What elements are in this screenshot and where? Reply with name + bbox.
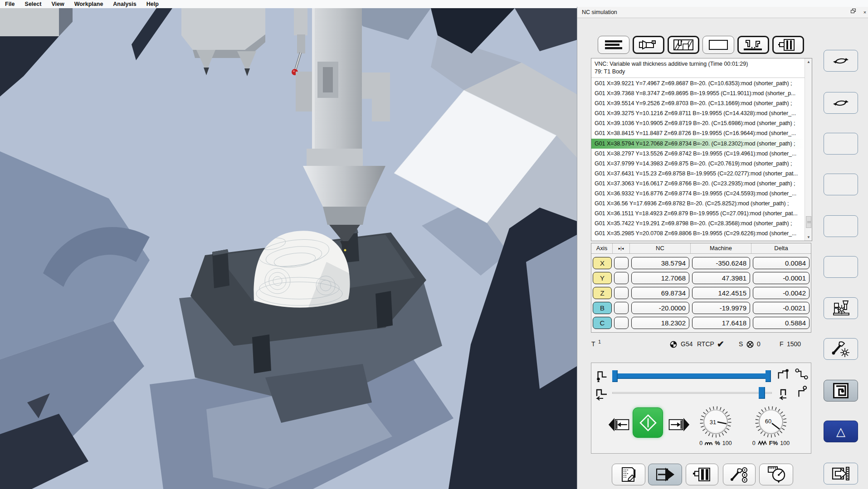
menu-help[interactable]: Help: [141, 1, 164, 7]
spare-button-1[interactable]: [824, 133, 858, 155]
collision-check-button[interactable]: [824, 297, 858, 319]
run-forward-button[interactable]: [648, 464, 682, 485]
gcode-line-current[interactable]: G01 X=38.5794 Y=12.7068 Z=69.8734 B=-20.…: [591, 139, 805, 149]
step-forward-button[interactable]: [667, 416, 690, 433]
axis-lock-x[interactable]: [614, 257, 629, 269]
interactive-program-button[interactable]: [612, 464, 645, 485]
axis-label-x[interactable]: X: [593, 257, 612, 269]
show-gcode-listing-button[interactable]: [598, 36, 629, 54]
gcode-line[interactable]: G01 X=37.6431 Y=15.23 Z=69.8758 B=-19.99…: [591, 169, 805, 179]
gcode-line[interactable]: G01 X=38.2797 Y=13.5526 Z=69.8742 B=-19.…: [591, 149, 805, 159]
gcode-line[interactable]: G01 X=36.9332 Y=16.8776 Z=69.8774 B=-19.…: [591, 189, 805, 199]
feed-dial-max: 100: [780, 440, 790, 446]
machine-value-x: -350.6248: [692, 257, 750, 269]
block-position-thumb[interactable]: [759, 387, 765, 399]
machine-value-z: 142.4515: [692, 287, 750, 299]
simulation-range-slider[interactable]: [612, 370, 772, 382]
stock-section-icon: [673, 39, 694, 51]
gcode-line[interactable]: G01 X=37.9799 Y=14.3983 Z=69.875 B=-20. …: [591, 159, 805, 169]
machine-value-c: 17.6418: [692, 317, 750, 329]
machine-setup-button[interactable]: [686, 464, 718, 485]
block-position-slider[interactable]: [612, 392, 772, 394]
spindle-dial-max: 100: [722, 440, 732, 446]
gcode-line[interactable]: G01 X=39.3275 Y=10.1216 Z=69.8711 B=-19.…: [591, 108, 805, 118]
feed-dial-knob[interactable]: 60: [753, 405, 789, 440]
gcode-line[interactable]: G01 X=36.56 Y=17.6936 Z=69.8782 B=-20. (…: [591, 199, 805, 208]
gcode-line[interactable]: G01 X=35.7422 Y=19.291 Z=69.8798 B=-20. …: [591, 218, 805, 228]
gcode-scrollbar[interactable]: ▲ ▼: [805, 58, 812, 241]
feed-override-dial[interactable]: 60 0 F% 100: [744, 405, 798, 450]
warnings-button[interactable]: △: [824, 421, 858, 442]
show-blank-button[interactable]: [702, 36, 734, 54]
menu-workplane[interactable]: Workplane: [69, 1, 108, 7]
machine-3d-viewport[interactable]: [0, 8, 577, 489]
spindle-dial-labels: 0 % 100: [688, 440, 743, 446]
rotation-mode-button[interactable]: [824, 92, 858, 114]
nc-value-x: 38.5794: [631, 257, 689, 269]
axis-lock-b[interactable]: [614, 302, 629, 314]
gcode-line[interactable]: G01 X=37.3063 Y=16.0617 Z=69.8766 B=-20.…: [591, 179, 805, 189]
measure-button[interactable]: [759, 464, 793, 485]
show-fixture-button[interactable]: [737, 36, 769, 54]
axis-label-y[interactable]: Y: [593, 272, 612, 284]
show-tool-button[interactable]: [633, 36, 664, 54]
spare-button-4[interactable]: [824, 256, 858, 278]
delta-value-c: 0.5884: [753, 317, 809, 329]
restore-window-icon[interactable]: [851, 9, 857, 14]
feed-dial-labels: 0 F% 100: [744, 440, 798, 446]
menu-file[interactable]: File: [0, 1, 20, 7]
start-simulation-button[interactable]: [633, 407, 663, 438]
axis-lock-z[interactable]: [614, 287, 629, 299]
menu-analysis[interactable]: Analysis: [108, 1, 141, 7]
gcode-line[interactable]: G01 X=39.9221 Y=7.4967 Z=69.8687 B=-20. …: [591, 78, 805, 88]
close-icon[interactable]: ×: [861, 9, 868, 15]
gcode-header: VNC: Variable wall thickness additive tu…: [591, 58, 805, 78]
scroll-up-icon[interactable]: ▲: [805, 58, 812, 65]
axis-label-b[interactable]: B: [593, 302, 612, 314]
next-block-marker-icon[interactable]: [795, 385, 810, 400]
axis-row-c: C 18.2302 17.6418 0.5884: [591, 315, 811, 330]
gcode-line[interactable]: G01 X=35.2985 Y=20.0708 Z=69.8806 B=-19.…: [591, 228, 805, 238]
scroll-down-icon[interactable]: ▼: [805, 234, 812, 241]
axis-lock-c[interactable]: [614, 317, 629, 329]
delta-value-b: -0.0021: [753, 302, 809, 314]
export-simulation-button[interactable]: [824, 463, 858, 484]
tool-icon: [638, 39, 659, 51]
menu-view[interactable]: View: [46, 1, 69, 7]
axis-label-c[interactable]: C: [593, 317, 612, 329]
panel-title-bar[interactable]: NC simulation ×: [577, 7, 868, 18]
wcs-value: G54: [681, 340, 692, 348]
menu-select[interactable]: Select: [20, 1, 47, 7]
axis-table-header: Axis ▸|◂ NC Machine Delta: [591, 243, 811, 254]
spare-button-2[interactable]: [824, 174, 858, 195]
nc-value-c: 18.2302: [631, 317, 689, 329]
toolpath-display-button[interactable]: [824, 380, 858, 402]
range-end-thumb[interactable]: [766, 370, 771, 382]
gcode-line[interactable]: G01 X=36.1511 Y=18.4923 Z=69.879 B=-19.9…: [591, 208, 805, 218]
spare-button-3[interactable]: [824, 215, 858, 237]
show-workpiece-button[interactable]: [668, 36, 699, 54]
nc-value-b: -20.0000: [631, 302, 689, 314]
show-machine-button[interactable]: [772, 36, 804, 54]
axis-label-z[interactable]: Z: [593, 287, 612, 299]
gcode-line[interactable]: G01 X=39.7368 Y=8.3747 Z=69.8695 B=-19.9…: [591, 88, 805, 98]
path-range-markers-icon[interactable]: [795, 367, 809, 382]
collision-settings-button[interactable]: [824, 338, 858, 360]
spindle-dial-knob[interactable]: 31: [697, 405, 734, 440]
gcode-line[interactable]: G01 X=38.8415 Y=11.8487 Z=69.8726 B=-19.…: [591, 128, 805, 138]
tooling-button[interactable]: [723, 464, 756, 485]
jump-to-path-start-icon[interactable]: [595, 368, 610, 383]
jump-to-path-end-icon[interactable]: [776, 368, 791, 383]
gcode-line[interactable]: G01 X=39.5514 Y=9.2526 Z=69.8703 B=-20. …: [591, 98, 805, 108]
previous-block-icon[interactable]: [776, 386, 791, 401]
range-start-thumb[interactable]: [612, 370, 618, 382]
scrollbar-thumb[interactable]: [806, 216, 811, 228]
spindle-override-dial[interactable]: 31 0 % 100: [688, 405, 743, 450]
spindle-label: S: [739, 340, 743, 348]
gcode-line[interactable]: G01 X=39.1036 Y=10.9905 Z=69.8719 B=-20.…: [591, 118, 805, 128]
restart-block-icon[interactable]: [595, 386, 610, 401]
axis-lock-y[interactable]: [614, 272, 629, 284]
step-backward-button[interactable]: [608, 416, 631, 433]
gcode-line-list: G01 X=39.9221 Y=7.4967 Z=69.8687 B=-20. …: [591, 78, 805, 239]
loop-mode-button[interactable]: [824, 50, 858, 72]
